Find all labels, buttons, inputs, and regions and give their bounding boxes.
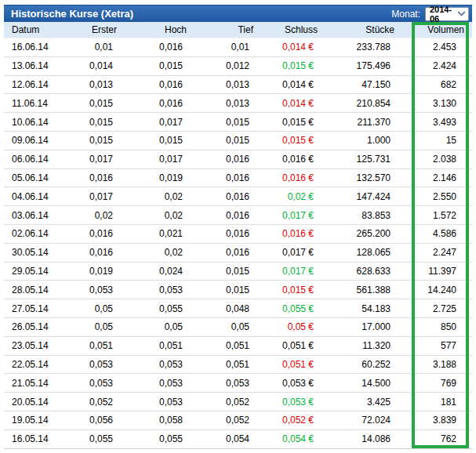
column-header-erster: Erster xyxy=(71,22,118,38)
cell-schluss: 0,015 € xyxy=(254,131,318,150)
cell-hoch: 0,024 xyxy=(118,262,187,281)
cell-tief: 0,015 xyxy=(187,262,254,281)
cell-hoch: 0,017 xyxy=(118,112,187,131)
cell-erster: 0,014 xyxy=(71,56,118,75)
cell-stuecke: 14.086 xyxy=(318,429,395,448)
cell-stuecke: 147.424 xyxy=(318,187,395,205)
cell-hoch: 0,019 xyxy=(118,169,187,187)
cell-schluss: 0,053 € xyxy=(254,373,318,392)
cell-erster: 0,01 xyxy=(71,38,118,56)
cell-hoch: 0,05 xyxy=(118,317,187,336)
cell-schluss: 0,014 € xyxy=(254,38,318,56)
cell-tief: 0,054 xyxy=(187,429,254,448)
cell-erster: 0,02 xyxy=(71,205,118,224)
cell-datum: 19.05.14 xyxy=(4,411,71,429)
cell-volumen: 3.130 xyxy=(395,93,472,112)
cell-hoch: 0,058 xyxy=(118,411,187,429)
cell-volumen: 11.397 xyxy=(395,262,472,281)
cell-schluss: 0,016 € xyxy=(254,150,318,169)
cell-tief: 0,016 xyxy=(187,224,254,243)
cell-volumen: 2.453 xyxy=(395,38,472,56)
cell-datum: 06.06.14 xyxy=(4,150,71,169)
cell-hoch: 0,015 xyxy=(118,131,187,150)
table-row: 13.06.140,0140,0150,0120,015 €175.4962.4… xyxy=(4,56,472,75)
cell-datum: 22.05.14 xyxy=(4,355,71,374)
cell-hoch: 0,017 xyxy=(118,150,187,169)
cell-erster: 0,056 xyxy=(71,411,118,429)
column-header-stuecke: Stücke xyxy=(318,22,395,38)
cell-tief: 0,05 xyxy=(187,317,254,336)
cell-datum: 13.06.14 xyxy=(4,56,71,75)
column-header-schluss: Schluss xyxy=(254,22,318,38)
cell-hoch: 0,053 xyxy=(118,392,187,411)
cell-tief: 0,016 xyxy=(187,169,254,187)
cell-schluss: 0,051 € xyxy=(254,336,318,355)
cell-stuecke: 233.788 xyxy=(318,38,395,56)
cell-volumen: 769 xyxy=(395,373,472,392)
cell-erster: 0,053 xyxy=(71,280,118,299)
table-row: 29.05.140,0190,0240,0150,017 €628.63311.… xyxy=(4,262,472,281)
widget-title: Historische Kurse (Xetra) xyxy=(11,8,391,20)
cell-schluss: 0,052 € xyxy=(254,411,318,429)
cell-schluss: 0,016 € xyxy=(254,224,318,243)
cell-stuecke: 3.425 xyxy=(318,392,395,411)
cell-erster: 0,017 xyxy=(71,187,118,205)
cell-schluss: 0,015 € xyxy=(254,112,318,131)
table-row: 26.05.140,050,050,050,05 €17.000850 xyxy=(4,317,472,336)
column-header-tief: Tief xyxy=(187,22,254,38)
cell-schluss: 0,051 € xyxy=(254,355,318,374)
cell-datum: 02.06.14 xyxy=(4,224,71,243)
cell-volumen: 4.586 xyxy=(395,224,472,243)
cell-volumen: 2.550 xyxy=(395,187,472,205)
cell-datum: 05.06.14 xyxy=(4,169,71,187)
table-row: 16.05.140,0550,0550,0540,054 €14.086762 xyxy=(4,429,472,448)
cell-schluss: 0,055 € xyxy=(254,299,318,317)
cell-hoch: 0,051 xyxy=(118,336,187,355)
cell-erster: 0,017 xyxy=(71,150,118,169)
cell-volumen: 14.240 xyxy=(395,280,472,299)
cell-volumen: 850 xyxy=(395,317,472,336)
table-row: 23.05.140,0510,0510,0510,051 €11.320577 xyxy=(4,336,472,355)
cell-schluss: 0,015 € xyxy=(254,280,318,299)
cell-stuecke: 11.320 xyxy=(318,336,395,355)
cell-volumen: 15 xyxy=(395,131,472,150)
table-row: 12.06.140,0130,0160,0130,014 €47.150682 xyxy=(4,75,472,94)
table-row: 05.06.140,0160,0190,0160,016 €132.5702.1… xyxy=(4,169,472,187)
cell-erster: 0,016 xyxy=(71,169,118,187)
cell-hoch: 0,021 xyxy=(118,224,187,243)
cell-hoch: 0,053 xyxy=(118,355,187,374)
cell-volumen: 762 xyxy=(395,429,472,448)
cell-tief: 0,051 xyxy=(187,336,254,355)
cell-hoch: 0,016 xyxy=(118,75,187,94)
cell-hoch: 0,02 xyxy=(118,187,187,205)
table-row: 28.05.140,0530,0530,0150,015 €561.38814.… xyxy=(4,280,472,299)
cell-stuecke: 1.000 xyxy=(318,131,395,150)
cell-stuecke: 54.183 xyxy=(318,299,395,317)
cell-erster: 0,015 xyxy=(71,131,118,150)
table-row: 03.06.140,020,020,0160,017 €83.8531.572 xyxy=(4,205,472,224)
table-row: 02.06.140,0160,0210,0160,016 €265.2004.5… xyxy=(4,224,472,243)
column-header-datum: Datum xyxy=(4,22,71,38)
cell-datum: 03.06.14 xyxy=(4,205,71,224)
cell-datum: 16.05.14 xyxy=(4,429,71,448)
cell-volumen: 3.493 xyxy=(395,112,472,131)
cell-tief: 0,052 xyxy=(187,392,254,411)
table-row: 06.06.140,0170,0170,0160,016 €125.7312.0… xyxy=(4,150,472,169)
cell-schluss: 0,054 € xyxy=(254,429,318,448)
cell-stuecke: 628.633 xyxy=(318,262,395,281)
cell-hoch: 0,016 xyxy=(118,93,187,112)
cell-hoch: 0,053 xyxy=(118,280,187,299)
cell-hoch: 0,015 xyxy=(118,56,187,75)
cell-datum: 26.05.14 xyxy=(4,317,71,336)
cell-erster: 0,016 xyxy=(71,224,118,243)
month-select[interactable]: 2014-06 xyxy=(425,7,469,21)
cell-erster: 0,015 xyxy=(71,93,118,112)
table-row: 09.06.140,0150,0150,0150,015 €1.00015 xyxy=(4,131,472,150)
cell-tief: 0,013 xyxy=(187,93,254,112)
cell-schluss: 0,02 € xyxy=(254,187,318,205)
table-header-row: Datum Erster Hoch Tief Schluss Stücke Vo… xyxy=(4,22,472,38)
cell-tief: 0,016 xyxy=(187,150,254,169)
cell-schluss: 0,014 € xyxy=(254,93,318,112)
cell-schluss: 0,016 € xyxy=(254,169,318,187)
table-row: 21.05.140,0530,0530,0530,053 €14.500769 xyxy=(4,373,472,392)
